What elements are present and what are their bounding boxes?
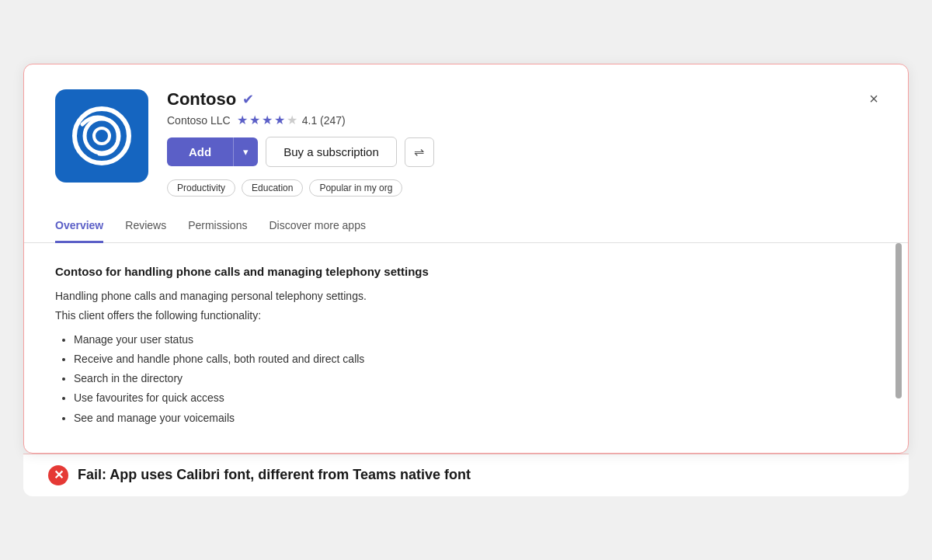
app-title-row: Contoso ✔ — [167, 89, 877, 110]
chevron-down-icon: ▾ — [243, 146, 249, 158]
star-rating: ★ ★ ★ ★ ★ 4.1 (247) — [237, 113, 346, 127]
link-icon: ⇌ — [414, 144, 424, 159]
modal-container: Contoso ✔ Contoso LLC ★ ★ ★ ★ ★ 4.1 (247… — [23, 64, 909, 454]
tag-popular: Popular in my org — [309, 179, 402, 197]
feature-list: Manage your user status Receive and hand… — [55, 330, 877, 428]
close-button[interactable]: × — [861, 86, 886, 111]
svg-point-2 — [94, 128, 110, 144]
tag-education: Education — [242, 179, 303, 197]
subscribe-button[interactable]: Buy a subscription — [266, 137, 397, 167]
content-para2: This client offers the following functio… — [55, 307, 877, 324]
star-1: ★ — [237, 113, 248, 127]
tabs-row: Overview Reviews Permissions Discover mo… — [24, 209, 908, 243]
tab-reviews[interactable]: Reviews — [125, 210, 166, 243]
list-item-2: Receive and handle phone calls, both rou… — [74, 350, 877, 369]
scrollbar-track — [895, 243, 902, 453]
app-icon — [55, 89, 148, 183]
tab-overview[interactable]: Overview — [55, 210, 103, 243]
fail-text: Fail: App uses Calibri font, different f… — [78, 467, 471, 483]
link-button[interactable]: ⇌ — [405, 137, 434, 167]
content-para1: Handling phone calls and managing person… — [55, 287, 877, 304]
outer-wrapper: Contoso ✔ Contoso LLC ★ ★ ★ ★ ★ 4.1 (247… — [0, 0, 932, 560]
star-3: ★ — [262, 113, 273, 127]
list-item-4: Use favourites for quick access — [74, 388, 877, 408]
add-button[interactable]: Add — [167, 137, 234, 166]
list-item-1: Manage your user status — [74, 330, 877, 350]
star-5: ★ — [287, 113, 297, 127]
app-title: Contoso — [167, 89, 236, 110]
fail-icon: ✕ — [48, 465, 68, 485]
add-dropdown-button[interactable]: ▾ — [234, 137, 258, 166]
app-info: Contoso ✔ Contoso LLC ★ ★ ★ ★ ★ 4.1 (247… — [167, 89, 877, 197]
content-heading: Contoso for handling phone calls and man… — [55, 265, 877, 278]
tag-productivity: Productivity — [167, 179, 235, 197]
star-2: ★ — [249, 113, 260, 127]
modal-body: Contoso for handling phone calls and man… — [24, 243, 908, 453]
list-item-3: Search in the directory — [74, 369, 877, 388]
verified-badge-icon: ✔ — [242, 91, 254, 108]
fail-bar: ✕ Fail: App uses Calibri font, different… — [23, 454, 909, 496]
tags-row: Productivity Education Popular in my org — [167, 179, 877, 197]
tab-discover[interactable]: Discover more apps — [269, 210, 366, 243]
action-row: Add ▾ Buy a subscription ⇌ — [167, 137, 877, 167]
list-item-5: See and manage your voicemails — [74, 409, 877, 428]
tab-permissions[interactable]: Permissions — [188, 210, 247, 243]
scrollbar-thumb[interactable] — [895, 243, 902, 398]
modal-header: Contoso ✔ Contoso LLC ★ ★ ★ ★ ★ 4.1 (247… — [24, 64, 908, 197]
rating-text: 4.1 (247) — [302, 114, 346, 127]
star-4: ★ — [274, 113, 285, 127]
publisher-rating-row: Contoso LLC ★ ★ ★ ★ ★ 4.1 (247) — [167, 113, 877, 127]
add-button-group: Add ▾ — [167, 137, 258, 166]
publisher-name: Contoso LLC — [167, 114, 231, 127]
